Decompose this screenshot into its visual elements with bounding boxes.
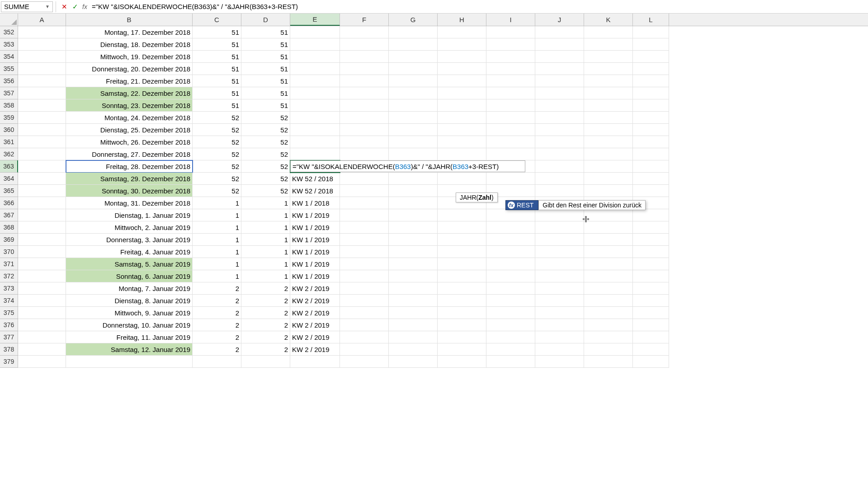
cell[interactable] [633, 356, 669, 368]
cell[interactable] [340, 87, 389, 99]
cell-date[interactable]: Samstag, 5. Januar 2019 [66, 258, 193, 270]
cell[interactable] [535, 63, 584, 75]
cell[interactable] [535, 234, 584, 246]
cell[interactable]: KW 1 / 2018 [290, 197, 340, 209]
cell[interactable] [18, 51, 66, 63]
cell[interactable]: KW 2 / 2019 [290, 319, 340, 331]
column-header-C[interactable]: C [193, 14, 241, 26]
row-header[interactable]: 357 [0, 87, 18, 99]
cell[interactable]: 52 [241, 185, 290, 197]
cell[interactable] [633, 26, 669, 38]
cell[interactable]: 2 [193, 307, 241, 319]
cell-date[interactable]: Dienstag, 18. Dezember 2018 [66, 38, 193, 51]
cell[interactable] [438, 234, 486, 246]
cell[interactable] [340, 319, 389, 331]
cell[interactable] [389, 295, 438, 307]
row-header[interactable]: 370 [0, 246, 18, 258]
cell[interactable] [486, 173, 535, 185]
cell[interactable] [633, 87, 669, 99]
cell[interactable] [584, 209, 633, 221]
cell[interactable] [340, 136, 389, 148]
cell[interactable]: 2 [193, 331, 241, 343]
cell[interactable] [633, 124, 669, 136]
cell[interactable] [389, 112, 438, 124]
cell[interactable] [389, 197, 438, 209]
row-header[interactable]: 364 [0, 173, 18, 185]
cell[interactable]: 1 [241, 258, 290, 270]
cell[interactable] [438, 246, 486, 258]
row-header[interactable]: 363 [0, 160, 18, 173]
cell[interactable] [18, 87, 66, 99]
row-header[interactable]: 377 [0, 331, 18, 343]
row-header[interactable]: 365 [0, 185, 18, 197]
row-header[interactable]: 368 [0, 221, 18, 234]
cell[interactable] [389, 282, 438, 295]
cell[interactable] [18, 99, 66, 112]
cell[interactable] [633, 319, 669, 331]
cell[interactable] [633, 99, 669, 112]
cell[interactable] [438, 258, 486, 270]
cell[interactable] [389, 356, 438, 368]
cell[interactable] [18, 331, 66, 343]
cell[interactable]: 2 [241, 319, 290, 331]
cell[interactable] [340, 307, 389, 319]
cell[interactable] [438, 63, 486, 75]
cell[interactable] [486, 112, 535, 124]
column-header-F[interactable]: F [340, 14, 389, 26]
cell[interactable]: 1 [241, 221, 290, 234]
cell[interactable] [486, 99, 535, 112]
cell[interactable] [584, 246, 633, 258]
cell[interactable] [340, 26, 389, 38]
cell[interactable] [486, 270, 535, 282]
cell[interactable] [584, 282, 633, 295]
cell[interactable]: 51 [193, 51, 241, 63]
cell[interactable] [438, 307, 486, 319]
cell-date[interactable] [66, 356, 193, 368]
cell-date[interactable]: Montag, 17. Dezember 2018 [66, 26, 193, 38]
cell[interactable] [18, 221, 66, 234]
cell-date[interactable]: Sonntag, 23. Dezember 2018 [66, 99, 193, 112]
row-header[interactable]: 372 [0, 270, 18, 282]
cell-date[interactable]: Samstag, 29. Dezember 2018 [66, 173, 193, 185]
cell[interactable] [584, 173, 633, 185]
cell[interactable] [535, 75, 584, 87]
cell[interactable] [389, 209, 438, 221]
cell[interactable]: 1 [241, 234, 290, 246]
row-header[interactable]: 360 [0, 124, 18, 136]
cell[interactable]: KW 1 / 2019 [290, 209, 340, 221]
cell[interactable]: KW 1 / 2019 [290, 246, 340, 258]
cell[interactable] [389, 221, 438, 234]
cell-date[interactable]: Mittwoch, 2. Januar 2019 [66, 221, 193, 234]
cell-date[interactable]: Donnerstag, 3. Januar 2019 [66, 234, 193, 246]
cell[interactable] [18, 258, 66, 270]
cell[interactable]: 51 [241, 87, 290, 99]
cell[interactable]: ="KW "&ISOKALENDERWOCHE(B363)&" / "&JAHR… [290, 160, 340, 173]
cell[interactable] [290, 136, 340, 148]
cell[interactable] [633, 221, 669, 234]
cell[interactable] [340, 343, 389, 356]
cell[interactable] [18, 197, 66, 209]
cell[interactable]: 52 [193, 112, 241, 124]
row-header[interactable]: 373 [0, 282, 18, 295]
cell[interactable] [535, 282, 584, 295]
cell[interactable]: 1 [193, 197, 241, 209]
cell[interactable]: KW 2 / 2019 [290, 282, 340, 295]
column-header-H[interactable]: H [438, 14, 486, 26]
cell[interactable] [584, 307, 633, 319]
cell[interactable]: 51 [241, 51, 290, 63]
row-header[interactable]: 367 [0, 209, 18, 221]
chevron-down-icon[interactable]: ▼ [45, 4, 50, 9]
cell[interactable] [389, 234, 438, 246]
cell[interactable] [535, 295, 584, 307]
cell[interactable] [535, 112, 584, 124]
cell[interactable] [633, 295, 669, 307]
cell[interactable] [486, 307, 535, 319]
cell[interactable] [18, 112, 66, 124]
cell[interactable] [584, 221, 633, 234]
cell[interactable]: 1 [193, 209, 241, 221]
cell[interactable] [535, 99, 584, 112]
cell[interactable]: 52 [193, 185, 241, 197]
cell[interactable] [438, 148, 486, 160]
cell[interactable]: 52 [193, 160, 241, 173]
cell[interactable] [535, 258, 584, 270]
